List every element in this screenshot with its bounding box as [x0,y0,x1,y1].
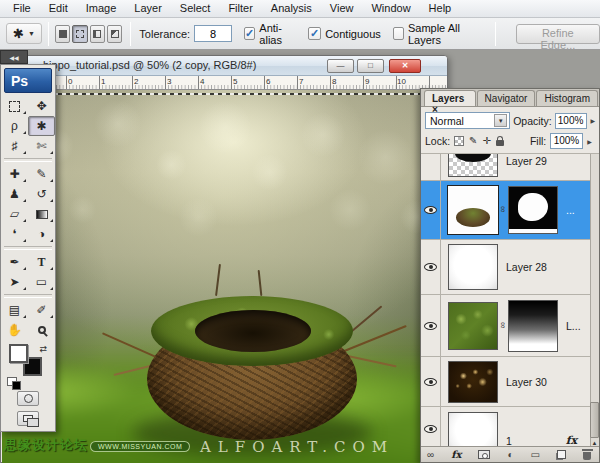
new-group-icon[interactable]: ▭ [531,450,540,460]
history-brush-tool[interactable]: ↺ [28,184,55,204]
collapse-dock-button[interactable]: ◀◀ [0,50,28,64]
menu-file[interactable]: File [4,0,40,17]
lock-position-icon[interactable]: ✛ [483,136,491,146]
fill-spinner-icon[interactable]: ▶ [587,138,592,145]
gradient-tool[interactable] [28,204,55,224]
layer-row-28[interactable]: Layer 28 [421,240,599,295]
layer-thumbnail[interactable] [448,412,498,450]
tool-preset-picker[interactable]: ✱ ▼ [6,23,42,44]
layer-row-1[interactable]: 1 fx [421,407,599,450]
brush-tool[interactable]: ✎ [28,164,55,184]
tab-layers[interactable]: Layers × [424,90,476,106]
anti-alias-checkbox[interactable]: ✓ Anti-alias [244,22,296,46]
menu-edit[interactable]: Edit [40,0,77,17]
add-mask-icon[interactable] [478,450,490,459]
maximize-button[interactable]: □ [357,59,384,73]
layer-thumbnail[interactable] [448,186,498,234]
eye-icon[interactable] [424,206,437,214]
crop-tool[interactable]: ♯ [1,136,28,156]
visibility-cell[interactable] [421,357,441,406]
minimize-button[interactable]: — [327,59,354,73]
quick-mask-button[interactable] [17,391,39,406]
type-tool[interactable]: T [28,252,55,272]
menu-window[interactable]: Window [362,0,419,17]
slice-tool[interactable]: ✄ [28,136,55,156]
sample-all-layers-checkbox[interactable]: Sample All Layers [393,22,481,46]
tab-histogram[interactable]: Histogram [536,90,598,106]
layer-thumbnail[interactable] [448,302,498,350]
visibility-cell[interactable] [421,154,441,180]
notes-tool[interactable]: ▤ [1,300,28,320]
visibility-cell[interactable] [421,240,441,294]
layer-row-selected[interactable]: ∞ ... [421,181,599,240]
menu-layer[interactable]: Layer [125,0,171,17]
move-tool[interactable]: ✥ [28,96,55,116]
opacity-spinner-icon[interactable]: ▶ [590,117,595,124]
menu-view[interactable]: View [321,0,363,17]
delete-layer-icon[interactable] [583,452,591,460]
eye-icon[interactable] [424,425,437,433]
fill-value[interactable]: 100% [550,133,583,149]
menu-analysis[interactable]: Analysis [262,0,321,17]
adjustment-layer-icon[interactable]: ◐ [507,450,513,460]
layer-thumbnail[interactable] [448,154,498,177]
blur-tool[interactable]: ❛ [1,224,28,244]
layer-thumbnail[interactable] [448,244,498,290]
layer-mask-thumbnail[interactable] [508,300,558,352]
layers-scrollbar[interactable]: ▲ [590,154,599,450]
selection-intersect-button[interactable] [107,25,122,43]
selection-subtract-button[interactable] [90,25,105,43]
swap-colors-icon[interactable]: ⇄ [39,344,47,354]
marquee-tool[interactable] [1,96,28,116]
lasso-tool[interactable]: ρ [1,116,28,136]
zoom-tool[interactable] [28,320,55,340]
lock-all-icon[interactable] [496,140,504,146]
mask-link-icon[interactable]: ∞ [498,206,508,214]
layer-style-icon[interactable]: fx [451,449,461,460]
link-layers-icon[interactable]: ∞ [427,450,434,460]
layer-row-30[interactable]: Layer 30 [421,357,599,407]
layer-mask-thumbnail[interactable] [508,186,558,234]
close-button[interactable]: ✕ [389,59,421,73]
lock-transparency-icon[interactable] [454,136,464,146]
new-layer-icon[interactable] [557,450,566,459]
menu-image[interactable]: Image [77,0,126,17]
visibility-cell[interactable] [421,407,441,450]
layer-row-masked-moss[interactable]: ∞ L... [421,295,599,357]
refine-edge-button[interactable]: Refine Edge... [516,24,600,44]
hand-tool[interactable]: ✋ [1,320,28,340]
visibility-cell[interactable] [421,295,441,356]
dodge-tool[interactable]: ◑ [28,224,55,244]
magic-wand-tool[interactable]: ✱ [28,116,55,136]
selection-new-button[interactable] [55,25,70,43]
eye-icon[interactable] [424,322,437,330]
tab-navigator[interactable]: Navigator [477,90,536,106]
layer-row-29[interactable]: Layer 29 [421,154,599,181]
layer-thumbnail[interactable] [448,361,498,403]
visibility-cell[interactable] [421,181,441,239]
eye-icon[interactable] [424,263,437,271]
foreground-color-swatch[interactable] [9,344,28,363]
healing-brush-tool[interactable]: ✚ [1,164,28,184]
menu-select[interactable]: Select [171,0,220,17]
contiguous-checkbox[interactable]: ✓ Contiguous [308,27,381,40]
photoshop-logo[interactable]: Ps [4,68,52,93]
opacity-value[interactable]: 100% [555,113,588,129]
eyedropper-tool[interactable]: ✐ [28,300,55,320]
canvas[interactable]: 思缘设计论坛 WWW.MISSYUAN.COM ALFOART.COM [2,90,448,463]
clone-stamp-tool[interactable]: ♟ [1,184,28,204]
eye-icon[interactable] [424,378,437,386]
selection-add-button[interactable] [72,25,87,43]
eraser-tool[interactable]: ▱ [1,204,28,224]
document-title-bar[interactable]: hippo_tutorial.psd @ 50% (2 copy, RGB/8#… [1,56,447,76]
pen-tool[interactable]: ✒ [1,252,28,272]
default-colors-icon[interactable] [7,377,17,386]
menu-help[interactable]: Help [420,0,461,17]
lock-pixels-icon[interactable]: ✎ [469,136,477,146]
tolerance-input[interactable] [194,25,232,42]
blend-mode-select[interactable]: Normal ▼ [425,112,510,129]
mask-link-icon[interactable]: ∞ [498,322,508,330]
path-select-tool[interactable]: ➤ [1,272,28,292]
screen-mode-button[interactable] [17,411,39,426]
shape-tool[interactable]: ▭ [28,272,55,292]
